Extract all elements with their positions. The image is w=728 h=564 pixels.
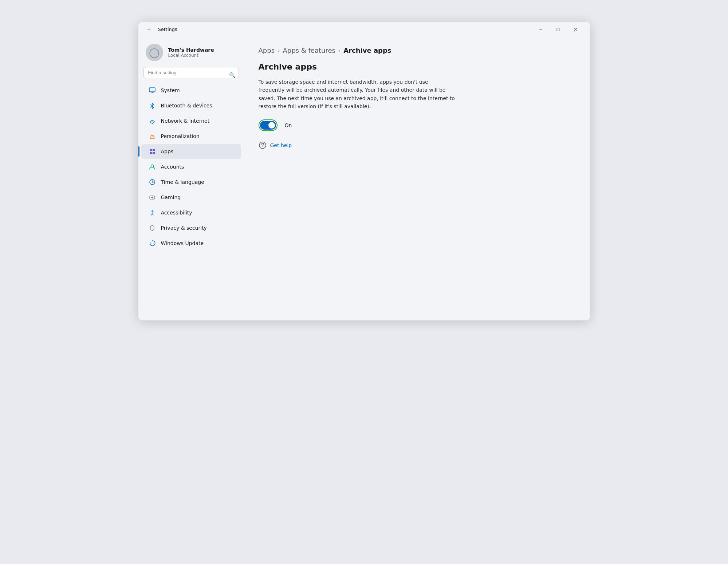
avatar-icon: ◯	[149, 47, 160, 58]
toggle-thumb	[268, 122, 275, 129]
svg-point-14	[259, 142, 266, 149]
content-area: Apps › Apps & features › Archive apps Ar…	[244, 36, 590, 320]
sidebar-item-accessibility-label: Accessibility	[161, 210, 192, 216]
user-name: Tom's Hardware	[168, 47, 214, 53]
sidebar-item-update[interactable]: Windows Update	[141, 236, 241, 251]
page-title: Archive apps	[259, 62, 575, 71]
apps-icon	[149, 148, 156, 155]
system-icon	[149, 87, 156, 94]
svg-rect-6	[150, 152, 152, 154]
titlebar: ← Settings − □ ✕	[138, 22, 590, 36]
sidebar-item-privacy[interactable]: Privacy & security	[141, 221, 241, 235]
accounts-icon	[149, 163, 156, 170]
time-icon	[149, 178, 156, 186]
breadcrumb-current: Archive apps	[343, 47, 391, 54]
page-description: To save storage space and internet bandw…	[259, 78, 455, 111]
svg-rect-4	[150, 149, 152, 151]
maximize-button[interactable]: □	[550, 23, 567, 35]
settings-window: ← Settings − □ ✕ ◯ Tom's Hardware Local …	[138, 22, 590, 320]
search-input[interactable]	[143, 67, 239, 78]
breadcrumb-apps[interactable]: Apps	[259, 47, 275, 54]
accessibility-icon	[149, 209, 156, 216]
sidebar-item-bluetooth-label: Bluetooth & devices	[161, 103, 212, 109]
update-icon	[149, 240, 156, 247]
sidebar-item-network[interactable]: Network & internet	[141, 114, 241, 128]
sidebar-item-apps-label: Apps	[161, 149, 174, 154]
breadcrumb-apps-features[interactable]: Apps & features	[283, 47, 335, 54]
sidebar-item-time[interactable]: Time & language	[141, 175, 241, 189]
sidebar-item-personalization[interactable]: Personalization	[141, 129, 241, 143]
toggle-row: On	[259, 119, 575, 131]
back-button[interactable]: ←	[144, 24, 154, 34]
breadcrumb-sep-1: ›	[278, 47, 280, 54]
sidebar-item-accounts-label: Accounts	[161, 164, 184, 170]
sidebar-item-accessibility[interactable]: Accessibility	[141, 205, 241, 220]
svg-rect-7	[153, 152, 155, 154]
get-help-link[interactable]: Get help	[259, 141, 575, 149]
breadcrumb-sep-2: ›	[338, 47, 341, 54]
minimize-button[interactable]: −	[532, 23, 549, 35]
svg-point-3	[151, 123, 153, 124]
bluetooth-icon	[149, 102, 156, 109]
sidebar: ◯ Tom's Hardware Local Account 🔍	[138, 36, 244, 320]
get-help-label: Get help	[270, 142, 292, 148]
archive-apps-toggle[interactable]	[260, 121, 276, 130]
toggle-track	[260, 121, 276, 130]
window-title: Settings	[158, 27, 177, 32]
search-container: 🔍	[138, 67, 244, 83]
avatar: ◯	[146, 44, 163, 61]
sidebar-item-time-label: Time & language	[161, 179, 204, 185]
breadcrumb: Apps › Apps & features › Archive apps	[259, 47, 575, 54]
svg-rect-5	[153, 149, 155, 151]
sidebar-item-apps[interactable]: Apps	[141, 144, 241, 159]
network-icon	[149, 117, 156, 125]
titlebar-left: ← Settings	[144, 24, 177, 34]
user-info: Tom's Hardware Local Account	[168, 47, 214, 58]
user-profile[interactable]: ◯ Tom's Hardware Local Account	[138, 39, 244, 67]
window-controls: − □ ✕	[532, 23, 584, 35]
sidebar-item-bluetooth[interactable]: Bluetooth & devices	[141, 98, 241, 113]
sidebar-item-accounts[interactable]: Accounts	[141, 159, 241, 174]
sidebar-item-gaming-label: Gaming	[161, 194, 181, 200]
user-type: Local Account	[168, 53, 214, 58]
sidebar-item-gaming[interactable]: Gaming	[141, 190, 241, 205]
svg-point-13	[151, 210, 153, 211]
privacy-icon	[149, 224, 156, 232]
sidebar-item-privacy-label: Privacy & security	[161, 225, 207, 231]
close-button[interactable]: ✕	[567, 23, 584, 35]
sidebar-item-network-label: Network & internet	[161, 118, 210, 124]
gaming-icon	[149, 194, 156, 201]
help-icon	[259, 141, 267, 149]
sidebar-item-system[interactable]: System	[141, 83, 241, 98]
svg-point-15	[262, 146, 263, 147]
sidebar-item-personalization-label: Personalization	[161, 133, 200, 139]
main-layout: ◯ Tom's Hardware Local Account 🔍	[138, 36, 590, 320]
toggle-label: On	[285, 122, 292, 128]
toggle-highlight	[259, 119, 278, 131]
svg-rect-0	[149, 88, 155, 92]
personalization-icon	[149, 133, 156, 140]
sidebar-item-update-label: Windows Update	[161, 240, 204, 246]
sidebar-item-system-label: System	[161, 87, 180, 93]
